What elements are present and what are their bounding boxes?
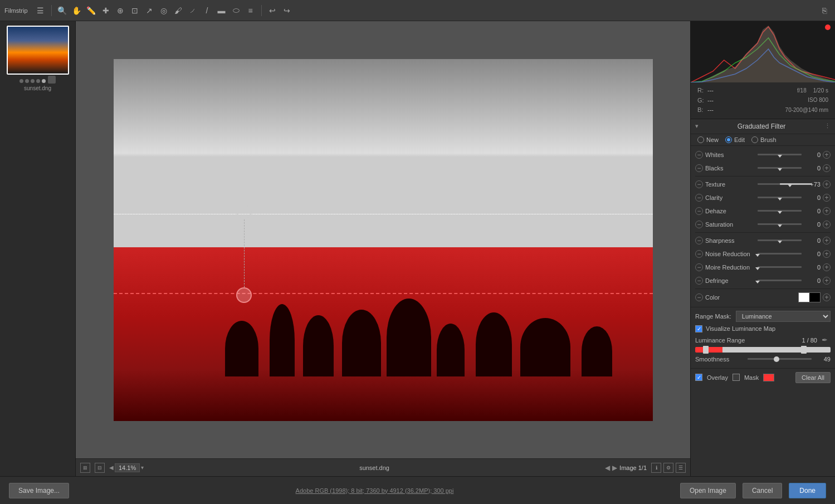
- gradient-tool-icon[interactable]: ⟋: [187, 4, 199, 17]
- crop-tool-icon[interactable]: ⊡: [129, 4, 141, 17]
- visualize-checkbox[interactable]: ✓: [695, 325, 702, 332]
- overlay-checkbox[interactable]: ✓: [695, 374, 702, 381]
- radio-new[interactable]: New: [697, 136, 719, 143]
- spot-removal-icon[interactable]: ◎: [158, 4, 170, 17]
- transform-tool-icon[interactable]: ↗: [143, 4, 155, 17]
- open-image-button[interactable]: Open Image: [680, 483, 736, 498]
- radio-edit-circle[interactable]: [725, 136, 732, 143]
- sharpness-row: − Sharpness 0 +: [691, 234, 835, 247]
- view-icon-1[interactable]: ⊞: [80, 463, 90, 473]
- view-icon-2[interactable]: ⊟: [95, 463, 105, 473]
- smoothness-track[interactable]: [748, 358, 812, 360]
- grad-control-bottom[interactable]: [236, 287, 252, 303]
- settings-icon-small[interactable]: ⚙: [663, 463, 673, 473]
- radio-new-label: New: [706, 136, 719, 143]
- radio-brush-circle[interactable]: [751, 136, 758, 143]
- texture-label: Texture: [705, 181, 755, 188]
- g-label: G:: [697, 96, 705, 106]
- image-canvas[interactable]: [114, 59, 653, 421]
- luminance-slider-track[interactable]: [695, 347, 831, 353]
- texture-minus[interactable]: −: [695, 180, 703, 188]
- redo-icon[interactable]: ↪: [281, 4, 293, 17]
- status-link[interactable]: Adobe RGB (1998); 8 bit; 7360 by 4912 (3…: [296, 487, 454, 494]
- lum-thumb-left[interactable]: [703, 346, 709, 354]
- view-settings-icon[interactable]: ☰: [676, 463, 686, 473]
- nav-prev-arrow[interactable]: ◀: [605, 464, 610, 472]
- radio-brush[interactable]: Brush: [751, 136, 777, 143]
- info-icon[interactable]: ℹ: [651, 463, 661, 473]
- noise-minus[interactable]: −: [695, 250, 703, 258]
- rect-tool-icon[interactable]: ▬: [216, 4, 228, 17]
- healing-tool-icon[interactable]: ✚: [100, 4, 112, 17]
- zoom-dropdown[interactable]: ▾: [141, 464, 144, 471]
- whites-minus[interactable]: −: [695, 151, 703, 159]
- paint-tool-icon[interactable]: 🖌: [172, 4, 184, 17]
- color-minus[interactable]: −: [695, 293, 703, 301]
- mask-color-swatch[interactable]: [763, 374, 774, 381]
- radio-edit[interactable]: Edit: [725, 136, 745, 143]
- clarity-minus[interactable]: −: [695, 194, 703, 202]
- nav-next-arrow[interactable]: ▶: [612, 464, 617, 472]
- line-tool-icon[interactable]: /: [201, 4, 213, 17]
- noise-plus[interactable]: +: [823, 250, 831, 258]
- texture-plus[interactable]: +: [823, 180, 831, 188]
- whites-track: [758, 154, 802, 155]
- zoom-tool-icon[interactable]: 🔍: [56, 4, 69, 17]
- defringe-plus[interactable]: +: [823, 277, 831, 285]
- moire-minus[interactable]: −: [695, 263, 703, 271]
- dehaze-minus[interactable]: −: [695, 207, 703, 215]
- done-button[interactable]: Done: [789, 483, 826, 498]
- color-plus[interactable]: +: [823, 293, 831, 301]
- list-tool-icon[interactable]: ≡: [245, 4, 257, 17]
- rgb-g-row: G: --- ISO 800: [697, 96, 828, 106]
- whites-plus[interactable]: +: [823, 151, 831, 159]
- texture-row: − Texture +73 +: [691, 178, 835, 191]
- blacks-minus[interactable]: −: [695, 164, 703, 172]
- cancel-button[interactable]: Cancel: [743, 483, 782, 498]
- divider-2: [695, 232, 831, 233]
- moire-row: − Moire Reduction 0 +: [691, 261, 835, 274]
- filmstrip-menu-icon[interactable]: ☰: [35, 4, 47, 17]
- filter-expand-icon[interactable]: ⋮: [824, 123, 831, 130]
- thumb-dot-2: [25, 79, 29, 83]
- lum-thumb-right[interactable]: [801, 346, 807, 354]
- dehaze-plus[interactable]: +: [823, 207, 831, 215]
- ellipse-tool-icon[interactable]: ⬭: [230, 4, 242, 17]
- noise-marker: [755, 254, 760, 257]
- sharpness-minus[interactable]: −: [695, 237, 703, 244]
- rock-4: [342, 310, 381, 376]
- range-mask-select[interactable]: None Luminance Color Depth: [736, 311, 831, 322]
- photo-lower-area: [114, 247, 653, 421]
- clarity-plus[interactable]: +: [823, 194, 831, 202]
- defringe-minus[interactable]: −: [695, 277, 703, 285]
- brush-tool-icon[interactable]: ✏️: [85, 4, 97, 17]
- hand-tool-icon[interactable]: ✋: [71, 4, 83, 17]
- moire-plus[interactable]: +: [823, 263, 831, 271]
- saturation-minus[interactable]: −: [695, 221, 703, 228]
- color-swatch[interactable]: [798, 292, 821, 302]
- undo-icon[interactable]: ↩: [266, 4, 279, 17]
- clarity-value: 0: [804, 194, 821, 201]
- save-image-button[interactable]: Save Image...: [9, 483, 69, 498]
- overlay-checkmark: ✓: [697, 374, 701, 380]
- mask-checkbox[interactable]: [733, 374, 740, 381]
- radio-new-circle[interactable]: [697, 136, 704, 143]
- zoom-prev[interactable]: ◀: [109, 464, 114, 471]
- saturation-plus[interactable]: +: [823, 221, 831, 228]
- filmstrip-label: Filmstrip: [4, 7, 28, 14]
- rocks-silhouette: [114, 276, 653, 376]
- grad-control-top[interactable]: [236, 204, 252, 219]
- eyedropper-icon[interactable]: ✒: [822, 336, 831, 345]
- blacks-plus[interactable]: +: [823, 164, 831, 172]
- filmstrip-thumb[interactable]: [7, 26, 69, 75]
- clone-stamp-icon[interactable]: ⊕: [114, 4, 126, 17]
- noise-label: Noise Reduction: [705, 251, 755, 257]
- radio-brush-label: Brush: [760, 136, 777, 143]
- sharpness-plus[interactable]: +: [823, 237, 831, 244]
- export-icon[interactable]: ⎘: [818, 4, 831, 17]
- whites-value: 0: [804, 151, 821, 158]
- clear-all-button[interactable]: Clear All: [795, 372, 831, 383]
- zoom-value[interactable]: 14.1%: [115, 463, 140, 472]
- smoothness-thumb[interactable]: [774, 356, 779, 362]
- thumb-lock-icon[interactable]: [48, 76, 56, 84]
